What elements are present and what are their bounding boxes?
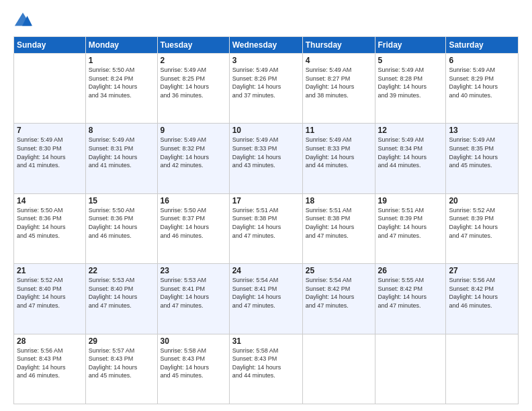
day-number: 26: [378, 266, 443, 275]
calendar-cell: 31Sunrise: 5:58 AMSunset: 8:43 PMDayligh…: [229, 334, 302, 404]
calendar-cell: [375, 334, 446, 404]
day-info: Sunrise: 5:51 AMSunset: 8:38 PMDaylight:…: [306, 206, 372, 240]
calendar-cell: 1Sunrise: 5:50 AMSunset: 8:24 PMDaylight…: [85, 54, 157, 124]
day-number: 9: [161, 126, 226, 135]
calendar-cell: 17Sunrise: 5:51 AMSunset: 8:38 PMDayligh…: [229, 193, 302, 263]
day-number: 13: [449, 126, 515, 135]
day-number: 21: [17, 266, 83, 275]
calendar-cell: 19Sunrise: 5:51 AMSunset: 8:39 PMDayligh…: [375, 193, 446, 263]
day-number: 10: [232, 126, 300, 135]
day-number: 28: [17, 336, 83, 346]
day-info: Sunrise: 5:57 AMSunset: 8:43 PMDaylight:…: [89, 347, 154, 380]
calendar-cell: 29Sunrise: 5:57 AMSunset: 8:43 PMDayligh…: [85, 334, 157, 404]
day-number: 22: [89, 266, 154, 275]
calendar-cell: 24Sunrise: 5:54 AMSunset: 8:41 PMDayligh…: [229, 264, 302, 334]
calendar-cell: 3Sunrise: 5:49 AMSunset: 8:26 PMDaylight…: [229, 54, 302, 124]
calendar-week-row: 21Sunrise: 5:52 AMSunset: 8:40 PMDayligh…: [14, 264, 519, 334]
weekday-header: Monday: [85, 37, 157, 54]
day-number: 7: [17, 126, 83, 135]
day-number: 18: [306, 196, 372, 205]
calendar-cell: 21Sunrise: 5:52 AMSunset: 8:40 PMDayligh…: [14, 264, 86, 334]
day-info: Sunrise: 5:54 AMSunset: 8:41 PMDaylight:…: [232, 276, 300, 310]
weekday-header-row: SundayMondayTuesdayWednesdayThursdayFrid…: [14, 37, 519, 54]
day-info: Sunrise: 5:49 AMSunset: 8:27 PMDaylight:…: [306, 66, 372, 99]
calendar-cell: 12Sunrise: 5:49 AMSunset: 8:34 PMDayligh…: [375, 124, 446, 193]
calendar-cell: 26Sunrise: 5:55 AMSunset: 8:42 PMDayligh…: [375, 264, 446, 334]
day-info: Sunrise: 5:49 AMSunset: 8:33 PMDaylight:…: [232, 136, 300, 169]
day-info: Sunrise: 5:49 AMSunset: 8:31 PMDaylight:…: [89, 136, 154, 169]
calendar-cell: 2Sunrise: 5:49 AMSunset: 8:25 PMDaylight…: [157, 54, 229, 124]
calendar-cell: 16Sunrise: 5:50 AMSunset: 8:37 PMDayligh…: [157, 193, 229, 263]
day-info: Sunrise: 5:51 AMSunset: 8:38 PMDaylight:…: [232, 206, 300, 240]
weekday-header: Wednesday: [229, 37, 302, 54]
day-info: Sunrise: 5:50 AMSunset: 8:37 PMDaylight:…: [161, 206, 226, 240]
calendar-week-row: 1Sunrise: 5:50 AMSunset: 8:24 PMDaylight…: [14, 54, 519, 124]
day-info: Sunrise: 5:52 AMSunset: 8:40 PMDaylight:…: [17, 276, 83, 310]
calendar-week-row: 7Sunrise: 5:49 AMSunset: 8:30 PMDaylight…: [14, 124, 519, 193]
day-info: Sunrise: 5:56 AMSunset: 8:42 PMDaylight:…: [449, 276, 515, 310]
day-info: Sunrise: 5:50 AMSunset: 8:36 PMDaylight:…: [89, 206, 154, 240]
day-number: 25: [306, 266, 372, 275]
day-number: 24: [232, 266, 300, 275]
day-info: Sunrise: 5:58 AMSunset: 8:43 PMDaylight:…: [161, 347, 226, 380]
day-number: 6: [449, 56, 515, 65]
day-number: 12: [378, 126, 443, 135]
calendar-cell: 13Sunrise: 5:49 AMSunset: 8:35 PMDayligh…: [446, 124, 519, 193]
header: [13, 11, 519, 30]
day-number: 4: [306, 56, 372, 65]
calendar-cell: 7Sunrise: 5:49 AMSunset: 8:30 PMDaylight…: [14, 124, 86, 193]
day-number: 23: [161, 266, 226, 275]
calendar-cell: 10Sunrise: 5:49 AMSunset: 8:33 PMDayligh…: [229, 124, 302, 193]
day-number: 2: [161, 56, 226, 65]
day-info: Sunrise: 5:49 AMSunset: 8:29 PMDaylight:…: [449, 66, 515, 99]
day-number: 20: [449, 196, 515, 205]
calendar-cell: [446, 334, 519, 404]
calendar-cell: 9Sunrise: 5:49 AMSunset: 8:32 PMDaylight…: [157, 124, 229, 193]
day-info: Sunrise: 5:50 AMSunset: 8:24 PMDaylight:…: [89, 66, 154, 99]
calendar-cell: 25Sunrise: 5:54 AMSunset: 8:42 PMDayligh…: [302, 264, 375, 334]
calendar-cell: 14Sunrise: 5:50 AMSunset: 8:36 PMDayligh…: [14, 193, 86, 263]
calendar-cell: [14, 54, 86, 124]
day-info: Sunrise: 5:56 AMSunset: 8:43 PMDaylight:…: [17, 347, 83, 380]
calendar-cell: 28Sunrise: 5:56 AMSunset: 8:43 PMDayligh…: [14, 334, 86, 404]
weekday-header: Saturday: [446, 37, 519, 54]
day-number: 14: [17, 196, 83, 205]
day-number: 15: [89, 196, 154, 205]
day-number: 31: [232, 336, 300, 346]
day-info: Sunrise: 5:49 AMSunset: 8:32 PMDaylight:…: [161, 136, 226, 169]
day-info: Sunrise: 5:53 AMSunset: 8:41 PMDaylight:…: [161, 276, 226, 310]
day-info: Sunrise: 5:54 AMSunset: 8:42 PMDaylight:…: [306, 276, 372, 310]
weekday-header: Sunday: [14, 37, 86, 54]
day-info: Sunrise: 5:58 AMSunset: 8:43 PMDaylight:…: [232, 347, 300, 380]
calendar-cell: 30Sunrise: 5:58 AMSunset: 8:43 PMDayligh…: [157, 334, 229, 404]
calendar-cell: 8Sunrise: 5:49 AMSunset: 8:31 PMDaylight…: [85, 124, 157, 193]
day-number: 8: [89, 126, 154, 135]
calendar-page: SundayMondayTuesdayWednesdayThursdayFrid…: [0, 0, 532, 411]
calendar-cell: 23Sunrise: 5:53 AMSunset: 8:41 PMDayligh…: [157, 264, 229, 334]
day-number: 5: [378, 56, 443, 65]
logo-icon: [13, 11, 32, 30]
weekday-header: Friday: [375, 37, 446, 54]
calendar-cell: 18Sunrise: 5:51 AMSunset: 8:38 PMDayligh…: [302, 193, 375, 263]
calendar-week-row: 14Sunrise: 5:50 AMSunset: 8:36 PMDayligh…: [14, 193, 519, 263]
day-info: Sunrise: 5:49 AMSunset: 8:26 PMDaylight:…: [232, 66, 300, 99]
logo: [13, 11, 34, 30]
calendar-cell: 6Sunrise: 5:49 AMSunset: 8:29 PMDaylight…: [446, 54, 519, 124]
calendar-cell: 15Sunrise: 5:50 AMSunset: 8:36 PMDayligh…: [85, 193, 157, 263]
calendar-cell: 4Sunrise: 5:49 AMSunset: 8:27 PMDaylight…: [302, 54, 375, 124]
day-number: 11: [306, 126, 372, 135]
day-info: Sunrise: 5:52 AMSunset: 8:39 PMDaylight:…: [449, 206, 515, 240]
day-info: Sunrise: 5:55 AMSunset: 8:42 PMDaylight:…: [378, 276, 443, 310]
calendar-table: SundayMondayTuesdayWednesdayThursdayFrid…: [13, 36, 519, 404]
day-number: 19: [378, 196, 443, 205]
day-info: Sunrise: 5:51 AMSunset: 8:39 PMDaylight:…: [378, 206, 443, 240]
calendar-cell: 22Sunrise: 5:53 AMSunset: 8:40 PMDayligh…: [85, 264, 157, 334]
weekday-header: Tuesday: [157, 37, 229, 54]
day-number: 3: [232, 56, 300, 65]
day-info: Sunrise: 5:49 AMSunset: 8:30 PMDaylight:…: [17, 136, 83, 169]
day-info: Sunrise: 5:53 AMSunset: 8:40 PMDaylight:…: [89, 276, 154, 310]
calendar-cell: [302, 334, 375, 404]
calendar-cell: 20Sunrise: 5:52 AMSunset: 8:39 PMDayligh…: [446, 193, 519, 263]
day-info: Sunrise: 5:49 AMSunset: 8:34 PMDaylight:…: [378, 136, 443, 169]
day-number: 17: [232, 196, 300, 205]
